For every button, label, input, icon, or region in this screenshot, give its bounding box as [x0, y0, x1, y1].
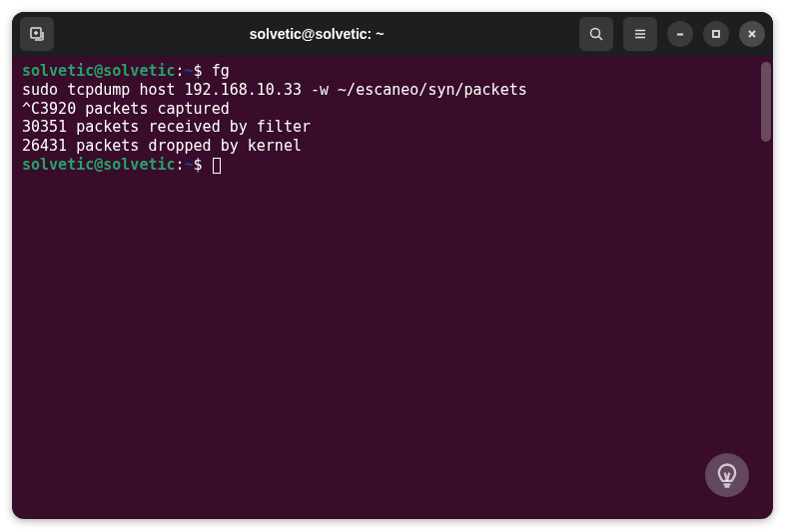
prompt-user-host: solvetic@solvetic: [22, 156, 176, 174]
scrollbar-thumb[interactable]: [761, 62, 771, 142]
titlebar-left: [20, 17, 54, 51]
titlebar: solvetic@solvetic: ~: [12, 12, 773, 56]
search-button[interactable]: [579, 17, 613, 51]
titlebar-right: [579, 17, 765, 51]
minimize-button[interactable]: [667, 21, 693, 47]
output-line-1: sudo tcpdump host 192.168.10.33 -w ~/esc…: [22, 81, 763, 100]
watermark-logo: [705, 453, 749, 497]
maximize-button[interactable]: [703, 21, 729, 47]
lightbulb-icon: [713, 461, 741, 489]
window-title: solvetic@solvetic: ~: [62, 26, 571, 42]
menu-button[interactable]: [623, 17, 657, 51]
output-line-4: 26431 packets dropped by kernel: [22, 137, 763, 156]
terminal-line-prompt-2: solvetic@solvetic:~$: [22, 156, 763, 175]
svg-rect-2: [713, 31, 719, 37]
prompt-path: ~: [185, 62, 194, 80]
new-tab-button[interactable]: [20, 17, 54, 51]
terminal-window: solvetic@solvetic: ~: [12, 12, 773, 519]
cursor: [213, 158, 221, 174]
close-button[interactable]: [739, 21, 765, 47]
maximize-icon: [710, 28, 722, 40]
close-icon: [746, 28, 758, 40]
prompt-sign: $: [194, 156, 212, 174]
svg-point-1: [591, 29, 600, 38]
prompt-user-host: solvetic@solvetic: [22, 62, 176, 80]
terminal-body[interactable]: solvetic@solvetic:~$ fg sudo tcpdump hos…: [12, 56, 773, 519]
command-1: fg: [212, 62, 230, 80]
terminal-line-prompt-1: solvetic@solvetic:~$ fg: [22, 62, 763, 81]
new-tab-icon: [29, 26, 45, 42]
hamburger-icon: [632, 26, 648, 42]
prompt-colon: :: [176, 156, 185, 174]
output-line-3: 30351 packets received by filter: [22, 118, 763, 137]
output-line-2: ^C3920 packets captured: [22, 100, 763, 119]
prompt-path: ~: [185, 156, 194, 174]
search-icon: [588, 26, 604, 42]
minimize-icon: [674, 28, 686, 40]
prompt-sign: $: [194, 62, 212, 80]
prompt-colon: :: [176, 62, 185, 80]
